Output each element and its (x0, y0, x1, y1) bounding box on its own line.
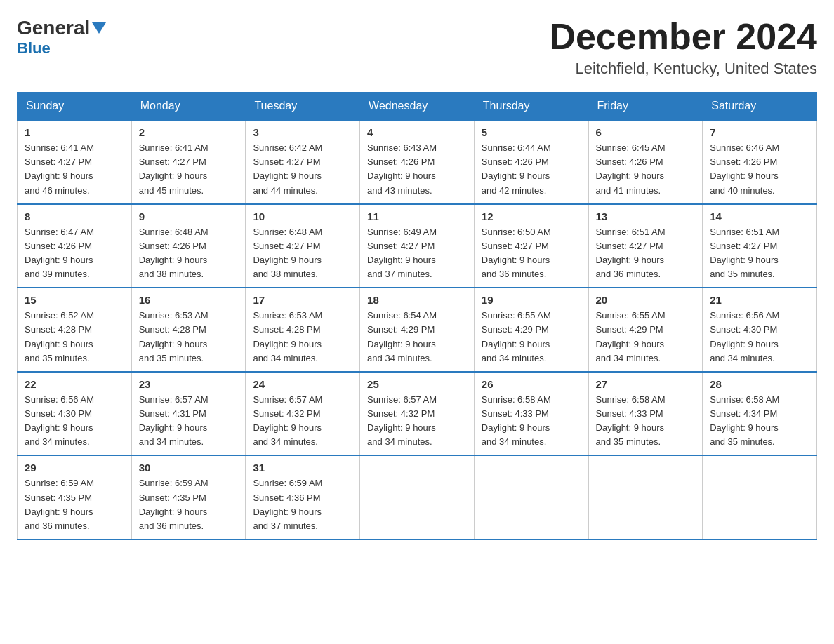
day-header-monday: Monday (131, 93, 246, 121)
day-info: Sunrise: 6:41 AM Sunset: 4:27 PM Dayligh… (25, 141, 124, 198)
day-number: 12 (482, 210, 581, 222)
day-header-saturday: Saturday (703, 93, 817, 121)
day-number: 8 (25, 210, 124, 222)
day-number: 23 (139, 378, 239, 390)
calendar-cell: 27 Sunrise: 6:58 AM Sunset: 4:33 PM Dayl… (588, 372, 703, 456)
title-section: December 2024 Leitchfield, Kentucky, Uni… (549, 17, 817, 78)
day-number: 30 (139, 462, 239, 474)
calendar-cell: 19 Sunrise: 6:55 AM Sunset: 4:29 PM Dayl… (474, 288, 588, 372)
day-info: Sunrise: 6:42 AM Sunset: 4:27 PM Dayligh… (253, 141, 352, 198)
calendar-cell (360, 455, 475, 539)
calendar-cell (474, 455, 588, 539)
day-info: Sunrise: 6:57 AM Sunset: 4:32 PM Dayligh… (367, 393, 467, 450)
day-number: 17 (253, 294, 352, 306)
day-number: 7 (710, 126, 809, 138)
day-number: 29 (25, 462, 124, 474)
day-info: Sunrise: 6:59 AM Sunset: 4:35 PM Dayligh… (25, 476, 124, 533)
calendar-week-row: 8 Sunrise: 6:47 AM Sunset: 4:26 PM Dayli… (18, 204, 817, 288)
day-header-friday: Friday (588, 93, 703, 121)
calendar-cell: 6 Sunrise: 6:45 AM Sunset: 4:26 PM Dayli… (588, 120, 703, 204)
calendar-cell: 18 Sunrise: 6:54 AM Sunset: 4:29 PM Dayl… (360, 288, 475, 372)
page-header: General Blue December 2024 Leitchfield, … (17, 17, 817, 78)
calendar-cell (703, 455, 817, 539)
calendar-cell: 29 Sunrise: 6:59 AM Sunset: 4:35 PM Dayl… (18, 455, 132, 539)
day-info: Sunrise: 6:58 AM Sunset: 4:33 PM Dayligh… (482, 393, 581, 450)
calendar-cell: 24 Sunrise: 6:57 AM Sunset: 4:32 PM Dayl… (246, 372, 360, 456)
calendar-week-row: 22 Sunrise: 6:56 AM Sunset: 4:30 PM Dayl… (18, 372, 817, 456)
calendar-cell: 1 Sunrise: 6:41 AM Sunset: 4:27 PM Dayli… (18, 120, 132, 204)
calendar-cell: 3 Sunrise: 6:42 AM Sunset: 4:27 PM Dayli… (246, 120, 360, 204)
calendar-week-row: 29 Sunrise: 6:59 AM Sunset: 4:35 PM Dayl… (18, 455, 817, 539)
calendar-cell: 25 Sunrise: 6:57 AM Sunset: 4:32 PM Dayl… (360, 372, 475, 456)
calendar-cell: 13 Sunrise: 6:51 AM Sunset: 4:27 PM Dayl… (588, 204, 703, 288)
day-info: Sunrise: 6:57 AM Sunset: 4:31 PM Dayligh… (139, 393, 239, 450)
calendar-cell: 31 Sunrise: 6:59 AM Sunset: 4:36 PM Dayl… (246, 455, 360, 539)
calendar-cell: 14 Sunrise: 6:51 AM Sunset: 4:27 PM Dayl… (703, 204, 817, 288)
day-header-wednesday: Wednesday (360, 93, 475, 121)
calendar-cell: 10 Sunrise: 6:48 AM Sunset: 4:27 PM Dayl… (246, 204, 360, 288)
day-info: Sunrise: 6:46 AM Sunset: 4:26 PM Dayligh… (710, 141, 809, 198)
location-title: Leitchfield, Kentucky, United States (549, 60, 817, 78)
logo: General Blue (17, 17, 106, 58)
day-number: 14 (710, 210, 809, 222)
day-info: Sunrise: 6:41 AM Sunset: 4:27 PM Dayligh… (139, 141, 239, 198)
logo-general-text: General (17, 17, 90, 39)
day-number: 15 (25, 294, 124, 306)
day-info: Sunrise: 6:49 AM Sunset: 4:27 PM Dayligh… (367, 225, 467, 282)
day-header-sunday: Sunday (18, 93, 132, 121)
day-info: Sunrise: 6:47 AM Sunset: 4:26 PM Dayligh… (25, 225, 124, 282)
day-info: Sunrise: 6:57 AM Sunset: 4:32 PM Dayligh… (253, 393, 352, 450)
calendar-cell: 2 Sunrise: 6:41 AM Sunset: 4:27 PM Dayli… (131, 120, 246, 204)
day-number: 27 (596, 378, 696, 390)
day-number: 6 (596, 126, 696, 138)
calendar-cell: 11 Sunrise: 6:49 AM Sunset: 4:27 PM Dayl… (360, 204, 475, 288)
day-number: 26 (482, 378, 581, 390)
day-info: Sunrise: 6:51 AM Sunset: 4:27 PM Dayligh… (710, 225, 809, 282)
day-number: 24 (253, 378, 352, 390)
calendar-cell: 5 Sunrise: 6:44 AM Sunset: 4:26 PM Dayli… (474, 120, 588, 204)
day-info: Sunrise: 6:53 AM Sunset: 4:28 PM Dayligh… (253, 309, 352, 365)
day-info: Sunrise: 6:55 AM Sunset: 4:29 PM Dayligh… (596, 309, 696, 365)
day-number: 2 (139, 126, 239, 138)
calendar-cell: 16 Sunrise: 6:53 AM Sunset: 4:28 PM Dayl… (131, 288, 246, 372)
day-info: Sunrise: 6:58 AM Sunset: 4:34 PM Dayligh… (710, 393, 809, 450)
day-number: 4 (367, 126, 467, 138)
calendar-cell: 8 Sunrise: 6:47 AM Sunset: 4:26 PM Dayli… (18, 204, 132, 288)
calendar-cell: 12 Sunrise: 6:50 AM Sunset: 4:27 PM Dayl… (474, 204, 588, 288)
calendar-table: SundayMondayTuesdayWednesdayThursdayFrid… (17, 92, 817, 540)
calendar-cell: 7 Sunrise: 6:46 AM Sunset: 4:26 PM Dayli… (703, 120, 817, 204)
calendar-week-row: 15 Sunrise: 6:52 AM Sunset: 4:28 PM Dayl… (18, 288, 817, 372)
day-number: 5 (482, 126, 581, 138)
day-number: 10 (253, 210, 352, 222)
day-number: 21 (710, 294, 809, 306)
calendar-cell: 21 Sunrise: 6:56 AM Sunset: 4:30 PM Dayl… (703, 288, 817, 372)
day-number: 11 (367, 210, 467, 222)
svg-marker-0 (92, 22, 106, 34)
day-info: Sunrise: 6:59 AM Sunset: 4:36 PM Dayligh… (253, 476, 352, 533)
day-header-tuesday: Tuesday (246, 93, 360, 121)
calendar-cell: 22 Sunrise: 6:56 AM Sunset: 4:30 PM Dayl… (18, 372, 132, 456)
calendar-cell: 20 Sunrise: 6:55 AM Sunset: 4:29 PM Dayl… (588, 288, 703, 372)
day-info: Sunrise: 6:56 AM Sunset: 4:30 PM Dayligh… (25, 393, 124, 450)
day-number: 28 (710, 378, 809, 390)
day-number: 1 (25, 126, 124, 138)
day-info: Sunrise: 6:44 AM Sunset: 4:26 PM Dayligh… (482, 141, 581, 198)
day-info: Sunrise: 6:52 AM Sunset: 4:28 PM Dayligh… (25, 309, 124, 365)
calendar-cell: 4 Sunrise: 6:43 AM Sunset: 4:26 PM Dayli… (360, 120, 475, 204)
calendar-cell: 28 Sunrise: 6:58 AM Sunset: 4:34 PM Dayl… (703, 372, 817, 456)
day-number: 31 (253, 462, 352, 474)
day-number: 13 (596, 210, 696, 222)
day-number: 16 (139, 294, 239, 306)
calendar-week-row: 1 Sunrise: 6:41 AM Sunset: 4:27 PM Dayli… (18, 120, 817, 204)
day-info: Sunrise: 6:56 AM Sunset: 4:30 PM Dayligh… (710, 309, 809, 365)
day-number: 3 (253, 126, 352, 138)
calendar-cell: 9 Sunrise: 6:48 AM Sunset: 4:26 PM Dayli… (131, 204, 246, 288)
day-info: Sunrise: 6:45 AM Sunset: 4:26 PM Dayligh… (596, 141, 696, 198)
calendar-header-row: SundayMondayTuesdayWednesdayThursdayFrid… (18, 93, 817, 121)
day-info: Sunrise: 6:53 AM Sunset: 4:28 PM Dayligh… (139, 309, 239, 365)
calendar-cell: 17 Sunrise: 6:53 AM Sunset: 4:28 PM Dayl… (246, 288, 360, 372)
day-info: Sunrise: 6:59 AM Sunset: 4:35 PM Dayligh… (139, 476, 239, 533)
logo-triangle-icon (92, 22, 106, 36)
day-info: Sunrise: 6:43 AM Sunset: 4:26 PM Dayligh… (367, 141, 467, 198)
day-header-thursday: Thursday (474, 93, 588, 121)
